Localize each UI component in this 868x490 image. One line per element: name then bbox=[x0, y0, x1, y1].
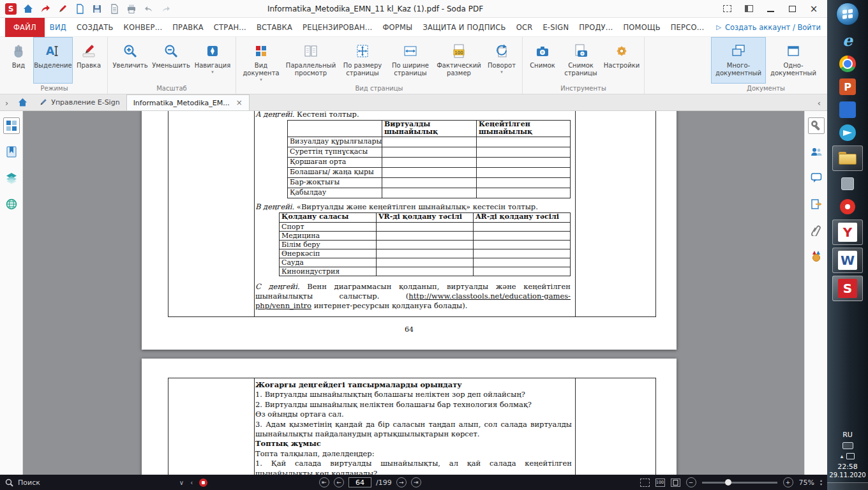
menu-edit[interactable]: ПРАВКА bbox=[167, 18, 209, 37]
tools-panel-button[interactable] bbox=[808, 117, 825, 134]
menu-personalize[interactable]: ПЕРСО... bbox=[666, 18, 710, 37]
menu-insert[interactable]: ВСТАВКА bbox=[251, 18, 297, 37]
view-mode-button[interactable]: Вид bbox=[4, 37, 33, 84]
navigation-button[interactable]: Навигация ▾ bbox=[192, 37, 233, 84]
export-page-button[interactable] bbox=[808, 196, 825, 212]
tab-close-icon[interactable]: × bbox=[236, 98, 243, 107]
maximize-button[interactable] bbox=[788, 4, 797, 13]
powerpoint-icon[interactable]: P bbox=[838, 77, 857, 96]
menu-review[interactable]: РЕЦЕНЗИРОВАН... bbox=[297, 18, 377, 37]
edit-mode-button[interactable]: Правка bbox=[73, 37, 105, 84]
menu-forms[interactable]: ФОРМЫ bbox=[377, 18, 417, 37]
select-text-button[interactable]: A Выделение bbox=[33, 37, 73, 84]
share-arrow-icon[interactable] bbox=[40, 3, 51, 15]
start-button[interactable] bbox=[836, 3, 859, 26]
undo-icon[interactable] bbox=[143, 3, 154, 15]
save-icon[interactable] bbox=[91, 3, 103, 15]
first-page-button[interactable]: ⇤ bbox=[319, 477, 329, 487]
zoom-slider-thumb[interactable] bbox=[725, 479, 731, 486]
chrome-icon[interactable] bbox=[838, 54, 857, 73]
redo-icon[interactable] bbox=[160, 3, 172, 15]
fit-page-button[interactable]: По размеру страницы bbox=[338, 37, 387, 84]
telegram-icon[interactable] bbox=[838, 123, 857, 142]
page-number-input[interactable] bbox=[348, 477, 371, 487]
fit-page-icon[interactable] bbox=[671, 479, 680, 487]
close-button[interactable]: × bbox=[809, 4, 818, 13]
clock-date[interactable]: 29.11.2020 bbox=[829, 471, 865, 479]
print-icon[interactable] bbox=[126, 3, 137, 15]
document-view-button[interactable]: Вид документа ▾ bbox=[239, 37, 283, 84]
create-account-link[interactable]: ▷ Создать аккаунт / Войти bbox=[716, 23, 827, 32]
menu-esign[interactable]: E-SIGN bbox=[537, 18, 574, 37]
pen-icon[interactable] bbox=[57, 3, 68, 15]
yandex-browser-button[interactable]: Y bbox=[832, 219, 863, 245]
home-icon[interactable] bbox=[22, 3, 34, 15]
menu-convert[interactable]: КОНВЕР... bbox=[119, 18, 168, 37]
document-icon[interactable] bbox=[108, 3, 120, 15]
bookmarks-panel-button[interactable] bbox=[3, 144, 20, 160]
actual-size-icon[interactable]: 100 bbox=[655, 479, 665, 487]
menu-file[interactable]: ФАЙЛ bbox=[5, 18, 45, 37]
fit-width-button[interactable]: По ширине страницы bbox=[387, 37, 434, 84]
chevron-left-icon[interactable]: ‹ bbox=[190, 479, 193, 486]
keyboard-icon[interactable] bbox=[842, 442, 853, 449]
network-icon[interactable] bbox=[846, 453, 855, 459]
home-tab[interactable] bbox=[12, 94, 33, 110]
page-snapshot-button[interactable]: Снимок страницы bbox=[560, 37, 602, 84]
settings-button[interactable]: Настройки bbox=[602, 37, 641, 84]
zoom-slider[interactable] bbox=[702, 482, 777, 484]
chevron-right-icon[interactable]: › bbox=[4, 98, 12, 110]
chevron-down-icon[interactable]: ∨ bbox=[179, 479, 184, 486]
multi-document-button[interactable]: Много-документный bbox=[711, 37, 766, 84]
soda-pdf-taskbar-button[interactable]: S bbox=[832, 276, 863, 301]
menu-secure-sign[interactable]: ЗАЩИТА И ПОДПИСЬ bbox=[417, 18, 511, 37]
zoom-out-button[interactable]: Уменьшить bbox=[150, 37, 192, 84]
zoom-in-button[interactable]: + bbox=[783, 477, 793, 487]
parallel-view-button[interactable]: Параллельный просмотр bbox=[283, 37, 338, 84]
menu-ocr[interactable]: OCR bbox=[511, 18, 538, 37]
explorer-folder-button[interactable] bbox=[832, 145, 863, 171]
internet-explorer-icon[interactable]: e bbox=[838, 31, 857, 50]
show-desktop-button[interactable] bbox=[827, 482, 868, 490]
zoom-in-button[interactable]: Увеличить bbox=[110, 37, 150, 84]
menu-help[interactable]: ПОМОЩЬ bbox=[618, 18, 665, 37]
thumbnails-panel-button[interactable] bbox=[3, 117, 20, 134]
new-document-icon[interactable] bbox=[74, 3, 86, 15]
tray-expand-icon[interactable]: ▴ bbox=[841, 453, 844, 459]
snapshot-button[interactable]: Снимок bbox=[525, 37, 560, 84]
statusbar-expand-icon[interactable]: ▴ ▾ bbox=[820, 479, 822, 486]
previous-page-button[interactable]: ← bbox=[334, 477, 344, 487]
language-indicator[interactable]: RU bbox=[842, 431, 853, 439]
zoom-out-button[interactable]: − bbox=[686, 477, 696, 487]
menu-view[interactable]: ВИД bbox=[45, 18, 71, 37]
award-panel-button[interactable] bbox=[808, 248, 825, 265]
panel-toggle-icon[interactable] bbox=[744, 4, 753, 13]
layers-panel-button[interactable] bbox=[3, 170, 20, 186]
web-panel-button[interactable] bbox=[3, 196, 20, 212]
chevron-left-icon[interactable]: ‹ bbox=[815, 98, 823, 110]
menu-pages[interactable]: СТРАН... bbox=[209, 18, 251, 37]
fullscreen-mode-icon[interactable] bbox=[640, 479, 650, 487]
last-page-button[interactable]: ⇥ bbox=[411, 477, 421, 487]
menu-products[interactable]: ПРОДУ... bbox=[574, 18, 618, 37]
soda-online-badge-icon[interactable] bbox=[199, 479, 207, 487]
fullscreen-icon[interactable] bbox=[722, 4, 731, 13]
rotate-button[interactable]: Поворот ▾ bbox=[484, 37, 520, 84]
single-document-button[interactable]: Одно-документный bbox=[766, 37, 821, 84]
word-button[interactable]: W bbox=[832, 248, 863, 273]
tab-esign-management[interactable]: Управление E-Sign bbox=[33, 94, 126, 110]
gray-app-icon[interactable] bbox=[838, 174, 857, 193]
minimize-button[interactable] bbox=[766, 4, 775, 13]
comments-panel-button[interactable] bbox=[808, 170, 825, 186]
tab-informatika-pdf[interactable]: Informatika_Metodika_EM... × bbox=[126, 94, 250, 110]
clock-time[interactable]: 22:58 bbox=[837, 463, 858, 471]
share-people-button[interactable] bbox=[808, 144, 825, 160]
document-viewport[interactable]: А деңгейі. Кестені толтыр. Виртуалды шын… bbox=[23, 111, 804, 475]
soda-pdf-logo[interactable]: S bbox=[5, 3, 17, 15]
next-page-button[interactable]: → bbox=[396, 477, 407, 487]
attachments-panel-button[interactable] bbox=[808, 222, 825, 239]
menu-create[interactable]: СОЗДАТЬ bbox=[71, 18, 119, 37]
blue-app-icon[interactable] bbox=[838, 100, 857, 119]
search-control[interactable]: Поиск bbox=[5, 479, 40, 487]
red-round-app-icon[interactable] bbox=[838, 197, 857, 216]
